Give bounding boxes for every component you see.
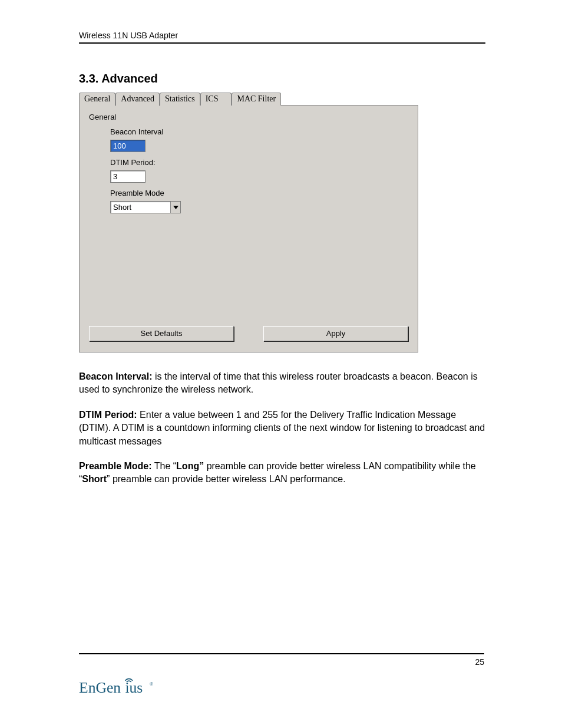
desc-beacon: Beacon Interval: is the interval of time…	[79, 370, 485, 397]
chevron-down-icon[interactable]	[170, 202, 180, 213]
svg-text:®: ®	[150, 681, 153, 687]
desc-preamble-post: ” preamble can provide better wireless L…	[107, 474, 346, 484]
tab-panel-advanced: General Beacon Interval DTIM Period: Pre…	[79, 105, 418, 353]
tab-statistics[interactable]: Statistics	[160, 93, 200, 106]
group-label-general: General	[89, 113, 408, 121]
svg-marker-0	[173, 206, 178, 209]
desc-dtim: DTIM Period: Enter a value between 1 and…	[79, 409, 485, 448]
beacon-interval-label: Beacon Interval	[110, 127, 408, 136]
desc-preamble-long: Long”	[176, 461, 204, 471]
desc-dtim-text: Enter a value between 1 and 255 for the …	[79, 410, 485, 446]
footer-rule	[79, 653, 484, 654]
tab-mac-filter[interactable]: MAC Filter	[232, 93, 281, 106]
desc-preamble-short: Short	[82, 474, 107, 484]
preamble-mode-select[interactable]: Short	[110, 201, 181, 213]
preamble-mode-value: Short	[111, 202, 170, 213]
desc-beacon-term: Beacon Interval:	[79, 371, 152, 381]
field-beacon-interval: Beacon Interval	[110, 127, 408, 152]
tab-window: General Advanced Statistics ICS MAC Filt…	[79, 93, 418, 353]
desc-preamble-term: Preamble Mode:	[79, 461, 152, 471]
tab-general[interactable]: General	[79, 93, 115, 106]
field-preamble-mode: Preamble Mode Short	[110, 189, 408, 213]
tab-strip: General Advanced Statistics ICS MAC Filt…	[79, 93, 418, 106]
beacon-interval-input[interactable]	[110, 140, 146, 152]
svg-text:ius: ius	[125, 679, 143, 696]
field-dtim-period: DTIM Period:	[110, 158, 408, 183]
button-row: Set Defaults Apply	[89, 326, 408, 341]
preamble-mode-label: Preamble Mode	[110, 189, 408, 197]
brand-logo: EnGen ius ®	[79, 675, 173, 699]
page-header: Wireless 11N USB Adapter	[79, 31, 485, 44]
dtim-period-label: DTIM Period:	[110, 158, 408, 167]
dtim-period-input[interactable]	[110, 170, 146, 183]
tab-advanced[interactable]: Advanced	[115, 93, 160, 106]
tab-ics[interactable]: ICS	[200, 93, 232, 106]
page-number: 25	[475, 657, 484, 667]
desc-preamble: Preamble Mode: The “Long” preamble can p…	[79, 460, 485, 486]
svg-text:EnGen: EnGen	[79, 679, 121, 696]
section-heading: 3.3. Advanced	[79, 72, 485, 85]
set-defaults-button[interactable]: Set Defaults	[89, 326, 234, 341]
desc-preamble-pre: The “	[152, 461, 177, 471]
desc-dtim-term: DTIM Period:	[79, 410, 137, 420]
tab-filler	[281, 93, 418, 106]
apply-button[interactable]: Apply	[263, 326, 408, 341]
